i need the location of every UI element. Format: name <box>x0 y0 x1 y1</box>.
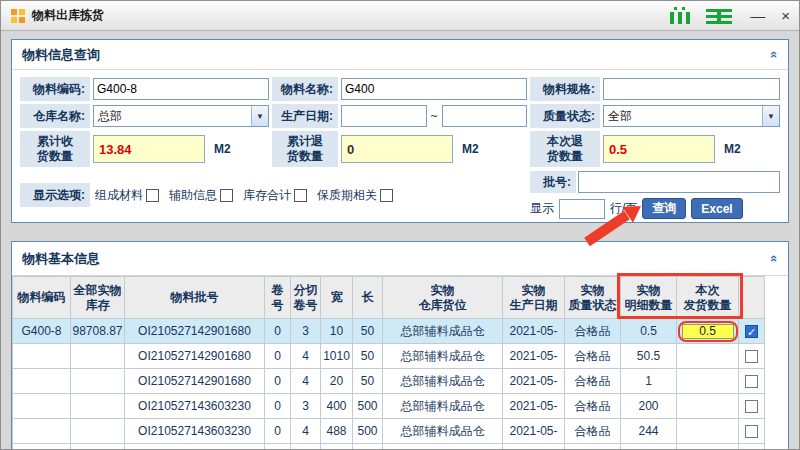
cell-location: 总部辅料成品仓 <box>383 394 503 419</box>
production-date-label: 生产日期: <box>272 104 338 128</box>
minimize-button[interactable]: — <box>750 8 765 23</box>
cell-date: 2021-05- <box>503 344 565 369</box>
material-spec-input[interactable] <box>603 78 780 100</box>
date-from-input[interactable] <box>341 105 427 127</box>
cell-stock <box>71 444 125 450</box>
form-row-2: 仓库名称: 总部 ▼ 生产日期: ~ 质量状态: 全部 ▼ <box>20 104 780 128</box>
row-checkbox[interactable] <box>745 350 758 363</box>
quality-status-label: 质量状态: <box>530 104 600 128</box>
cell-ship <box>677 319 739 344</box>
collapse-up-icon[interactable]: « <box>767 51 782 58</box>
display-option-checkbox[interactable] <box>146 189 159 202</box>
query-panel-title: 物料信息查询 <box>22 46 100 64</box>
cell-roll: 0 <box>265 369 291 394</box>
cell-location: 总部辅料成品仓 <box>383 369 503 394</box>
quality-status-select[interactable]: 全部 ▼ <box>603 105 780 127</box>
table-row[interactable]: OI21052714290168004101050总部辅料成品仓2021-05-… <box>13 344 765 369</box>
cell-slit: 3 <box>291 394 321 419</box>
date-to-input[interactable] <box>442 105 528 127</box>
ship-qty-input[interactable] <box>682 324 734 339</box>
cell-select <box>739 419 765 444</box>
display-options-group: 组成材料辅助信息库存合计保质期相关 <box>95 187 403 204</box>
brand-logo-icon <box>670 7 734 25</box>
display-option-checkbox[interactable] <box>294 189 307 202</box>
display-option-checkbox[interactable] <box>380 189 393 202</box>
material-detail-panel: 物料基本信息 « 物料编码全部实物 库存物料批号卷号分切 卷号宽长实物 仓库货位… <box>11 241 789 450</box>
table-row[interactable]: OI21052714360323003总部辅料成品仓2021-05-合格品 <box>13 444 765 450</box>
total-received-label: 累计收货数量 <box>20 131 90 167</box>
total-received-unit: M2 <box>214 142 231 156</box>
cell-quality: 合格品 <box>565 444 621 450</box>
cell-qty: 0.5 <box>621 319 677 344</box>
table-row[interactable]: G400-898708.87OI210527142901680031050总部辅… <box>13 319 765 344</box>
cell-width: 20 <box>321 369 353 394</box>
cell-quality: 合格品 <box>565 344 621 369</box>
titlebar-actions: — × <box>670 7 790 25</box>
cell-roll: 0 <box>265 394 291 419</box>
table-row[interactable]: OI21052714360323003400500总部辅料成品仓2021-05-… <box>13 394 765 419</box>
cell-select <box>739 394 765 419</box>
cell-length: 500 <box>353 394 383 419</box>
collapse-up-icon[interactable]: « <box>767 255 782 262</box>
cell-location: 总部辅料成品仓 <box>383 319 503 344</box>
warehouse-value: 总部 <box>94 108 251 125</box>
display-option-label: 库存合计 <box>243 187 291 204</box>
column-header-11: 实物 明细数量 <box>621 277 677 319</box>
display-option-4: 保质期相关 <box>317 187 393 204</box>
row-checkbox[interactable] <box>745 325 758 338</box>
row-checkbox[interactable] <box>745 400 758 413</box>
cell-code <box>13 394 71 419</box>
cell-qty: 50.5 <box>621 344 677 369</box>
warehouse-select[interactable]: 总部 ▼ <box>93 105 269 127</box>
display-option-3: 库存合计 <box>243 187 307 204</box>
cell-width: 488 <box>321 419 353 444</box>
cell-stock <box>71 369 125 394</box>
excel-button[interactable]: Excel <box>691 198 742 219</box>
current-return-input[interactable] <box>603 135 715 163</box>
cell-batch: OI210527142901680 <box>125 344 265 369</box>
current-return-label: 本次退货数量 <box>530 131 600 167</box>
cell-qty: 1 <box>621 369 677 394</box>
cell-slit: 3 <box>291 444 321 450</box>
cell-slit: 4 <box>291 344 321 369</box>
cell-location: 总部辅料成品仓 <box>383 444 503 450</box>
detail-panel-header: 物料基本信息 « <box>12 242 788 276</box>
cell-width <box>321 444 353 450</box>
cell-slit: 3 <box>291 319 321 344</box>
total-returned-value <box>341 135 453 163</box>
material-name-input[interactable] <box>341 78 527 100</box>
cell-code <box>13 344 71 369</box>
dialog-window: 物料出库拣货 — × 物料信息查询 « 物料编码: 物料名称: 物料规格: <box>0 0 800 450</box>
paging-suffix: 行/页 <box>610 200 637 217</box>
table-row[interactable]: OI21052714360323004488500总部辅料成品仓2021-05-… <box>13 419 765 444</box>
total-returned-unit: M2 <box>462 142 479 156</box>
column-header-5: 分切 卷号 <box>291 277 321 319</box>
cell-select <box>739 319 765 344</box>
column-header-1: 物料编码 <box>13 277 71 319</box>
cell-stock: 98708.87 <box>71 319 125 344</box>
cell-quality: 合格品 <box>565 369 621 394</box>
cell-ship <box>677 394 739 419</box>
row-checkbox[interactable] <box>745 375 758 388</box>
material-code-input[interactable] <box>93 78 269 100</box>
cell-code: G400-8 <box>13 319 71 344</box>
column-header-3: 物料批号 <box>125 277 265 319</box>
display-options-label: 显示选项: <box>20 183 90 207</box>
batch-no-input[interactable] <box>578 171 780 193</box>
cell-roll: 0 <box>265 344 291 369</box>
close-button[interactable]: × <box>781 8 790 23</box>
row-checkbox[interactable] <box>745 425 758 438</box>
display-option-checkbox[interactable] <box>220 189 233 202</box>
cell-quality: 合格品 <box>565 319 621 344</box>
cell-ship <box>677 369 739 394</box>
query-button[interactable]: 查询 <box>642 198 686 219</box>
cell-date: 2021-05- <box>503 369 565 394</box>
cell-select <box>739 369 765 394</box>
cell-batch: OI210527143603230 <box>125 394 265 419</box>
rows-per-page-input[interactable] <box>559 199 605 219</box>
cell-select <box>739 444 765 450</box>
cell-stock <box>71 419 125 444</box>
paging-prefix: 显示 <box>530 200 554 217</box>
table-row[interactable]: OI210527142901680042050总部辅料成品仓2021-05-合格… <box>13 369 765 394</box>
cell-roll: 0 <box>265 444 291 450</box>
